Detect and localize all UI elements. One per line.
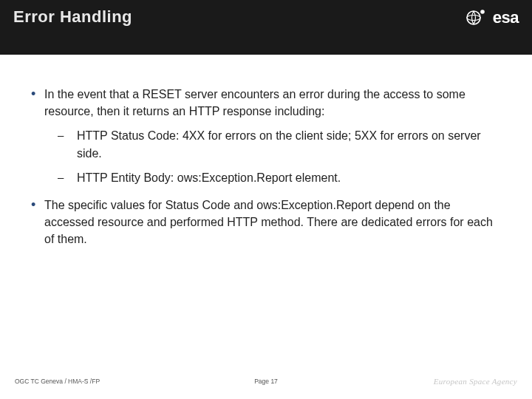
svg-point-1 xyxy=(467,16,480,21)
sub-bullet-item: HTTP Entity Body: ows:Exception.Report e… xyxy=(44,169,502,186)
slide-footer: OGC TC Geneva / HMA-S /FP Page 17 Europe… xyxy=(0,377,532,386)
footer-left: OGC TC Geneva / HMA-S /FP xyxy=(15,378,100,385)
bullet-text: In the event that a RESET server encount… xyxy=(44,88,466,117)
svg-point-0 xyxy=(467,11,480,24)
slide-body: In the event that a RESET server encount… xyxy=(0,55,532,399)
esa-logo-icon xyxy=(465,7,488,28)
footer-page-number: Page 17 xyxy=(254,378,278,385)
bullet-item: The specific values for Status Code and … xyxy=(30,197,502,248)
bullet-list: In the event that a RESET server encount… xyxy=(30,86,502,248)
footer-agency: European Space Agency xyxy=(434,377,517,386)
sub-bullet-text: HTTP Status Code: 4XX for errors on the … xyxy=(77,129,481,159)
bullet-item: In the event that a RESET server encount… xyxy=(30,86,502,186)
slide-title: Error Handling xyxy=(13,7,132,27)
esa-logo-text: esa xyxy=(493,8,519,27)
esa-logo: esa xyxy=(465,7,519,28)
sub-bullet-text: HTTP Entity Body: ows:Exception.Report e… xyxy=(77,171,341,184)
bullet-text: The specific values for Status Code and … xyxy=(44,199,493,245)
svg-point-2 xyxy=(480,10,485,14)
sub-bullet-item: HTTP Status Code: 4XX for errors on the … xyxy=(44,127,502,161)
slide-header: Error Handling esa xyxy=(0,0,532,55)
slide: Error Handling esa In the event that a R… xyxy=(0,0,532,399)
sub-bullet-list: HTTP Status Code: 4XX for errors on the … xyxy=(44,127,502,186)
